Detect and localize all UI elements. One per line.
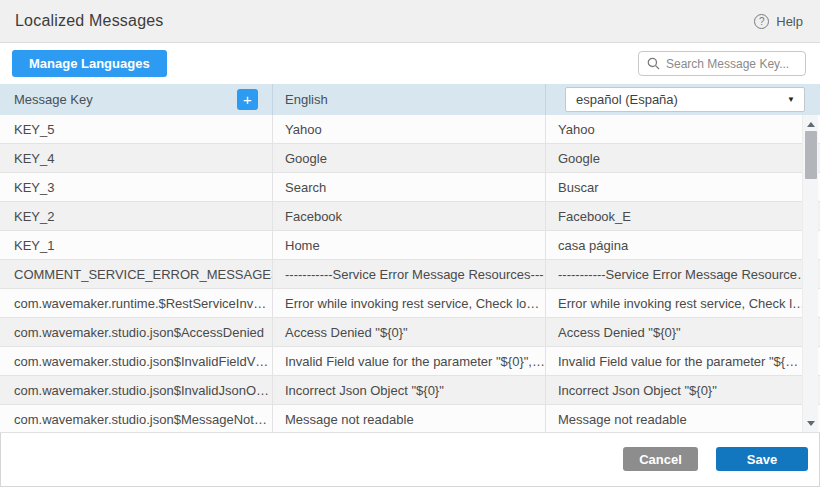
translation-value-cell[interactable]: Buscar	[546, 173, 820, 201]
table-row: KEY_5YahooYahoo	[0, 115, 820, 144]
scroll-up-button[interactable]	[803, 117, 819, 131]
english-value-cell[interactable]: Message not readable	[273, 405, 546, 433]
vertical-scrollbar[interactable]	[802, 115, 818, 432]
help-question-icon: ?	[754, 14, 769, 29]
toolbar: Manage Languages	[0, 43, 820, 84]
message-key-cell[interactable]: com.wavemaker.studio.json$AccessDenied	[0, 318, 273, 346]
dialog-header: Localized Messages ? Help	[0, 0, 820, 43]
scroll-down-icon	[807, 421, 815, 426]
english-value-cell[interactable]: Yahoo	[273, 115, 546, 143]
translation-value-cell[interactable]: Yahoo	[546, 115, 820, 143]
table-header: Message Key + English español (España) ▼	[0, 84, 820, 115]
table-row: KEY_1Homecasa página	[0, 231, 820, 260]
table-row: com.wavemaker.runtime.$RestServiceInv…Er…	[0, 289, 820, 318]
translation-value-cell[interactable]: Google	[546, 144, 820, 172]
translation-value-cell[interactable]: Incorrect Json Object "${0}"	[546, 376, 820, 404]
save-button[interactable]: Save	[716, 447, 808, 471]
message-key-cell[interactable]: com.wavemaker.studio.json$InvalidFieldV…	[0, 347, 273, 375]
scrollbar-thumb[interactable]	[805, 131, 817, 179]
help-label: Help	[776, 14, 803, 29]
translation-value-cell[interactable]: Invalid Field value for the parameter "$…	[546, 347, 820, 375]
english-value-cell[interactable]: Invalid Field value for the parameter "$…	[273, 347, 546, 375]
scroll-down-button[interactable]	[803, 416, 819, 430]
message-key-cell[interactable]: KEY_4	[0, 144, 273, 172]
english-value-cell[interactable]: Search	[273, 173, 546, 201]
chevron-down-icon: ▼	[787, 95, 795, 104]
translation-value-cell[interactable]: -----------Service Error Message Resourc…	[546, 260, 820, 288]
table-row: com.wavemaker.studio.json$InvalidFieldV……	[0, 347, 820, 376]
translation-value-cell[interactable]: Error while invoking rest service, Check…	[546, 289, 820, 317]
translation-value-cell[interactable]: Message not readable	[546, 405, 820, 433]
message-key-cell[interactable]: COMMENT_SERVICE_ERROR_MESSAGES	[0, 260, 273, 288]
english-column-label: English	[285, 92, 328, 107]
message-key-cell[interactable]: KEY_1	[0, 231, 273, 259]
english-value-cell[interactable]: Error while invoking rest service, Check…	[273, 289, 546, 317]
search-input[interactable]	[666, 57, 797, 71]
message-key-cell[interactable]: com.wavemaker.studio.json$InvalidJsonO…	[0, 376, 273, 404]
english-value-cell[interactable]: Access Denied "${0}"	[273, 318, 546, 346]
table-row: KEY_3SearchBuscar	[0, 173, 820, 202]
search-box[interactable]	[638, 51, 806, 76]
message-key-cell[interactable]: com.wavemaker.runtime.$RestServiceInv…	[0, 289, 273, 317]
scroll-up-icon	[807, 122, 815, 127]
table-row: com.wavemaker.studio.json$MessageNot…Mes…	[0, 405, 820, 433]
help-button[interactable]: ? Help	[754, 14, 803, 29]
column-header-english: English	[273, 84, 546, 115]
table-row: COMMENT_SERVICE_ERROR_MESSAGES----------…	[0, 260, 820, 289]
search-icon	[647, 57, 660, 70]
column-header-message-key: Message Key +	[0, 84, 273, 115]
language-selected-value: español (España)	[576, 92, 678, 107]
page-title: Localized Messages	[15, 12, 164, 30]
message-key-cell[interactable]: KEY_3	[0, 173, 273, 201]
table-row: com.wavemaker.studio.json$InvalidJsonO…I…	[0, 376, 820, 405]
table-rows: KEY_5YahooYahooKEY_4GoogleGoogleKEY_3Sea…	[0, 115, 820, 433]
column-header-language: español (España) ▼	[546, 84, 820, 115]
message-key-column-label: Message Key	[14, 92, 93, 107]
message-key-cell[interactable]: KEY_2	[0, 202, 273, 230]
language-select-dropdown[interactable]: español (España) ▼	[565, 87, 805, 112]
english-value-cell[interactable]: Incorrect Json Object "${0}"	[273, 376, 546, 404]
table-row: KEY_2FacebookFacebook_E	[0, 202, 820, 231]
message-key-cell[interactable]: com.wavemaker.studio.json$MessageNot…	[0, 405, 273, 433]
translation-value-cell[interactable]: casa página	[546, 231, 820, 259]
cancel-button[interactable]: Cancel	[623, 447, 698, 471]
english-value-cell[interactable]: -----------Service Error Message Resourc…	[273, 260, 546, 288]
table-body: KEY_5YahooYahooKEY_4GoogleGoogleKEY_3Sea…	[0, 115, 820, 433]
english-value-cell[interactable]: Facebook	[273, 202, 546, 230]
localized-messages-dialog: Localized Messages ? Help Manage Languag…	[0, 0, 820, 487]
dialog-footer: Cancel Save	[0, 433, 820, 471]
table-row: KEY_4GoogleGoogle	[0, 144, 820, 173]
english-value-cell[interactable]: Google	[273, 144, 546, 172]
translation-value-cell[interactable]: Access Denied "${0}"	[546, 318, 820, 346]
manage-languages-button[interactable]: Manage Languages	[12, 50, 167, 77]
message-key-cell[interactable]: KEY_5	[0, 115, 273, 143]
table-row: com.wavemaker.studio.json$AccessDeniedAc…	[0, 318, 820, 347]
add-message-key-button[interactable]: +	[237, 89, 258, 110]
translation-value-cell[interactable]: Facebook_E	[546, 202, 820, 230]
english-value-cell[interactable]: Home	[273, 231, 546, 259]
